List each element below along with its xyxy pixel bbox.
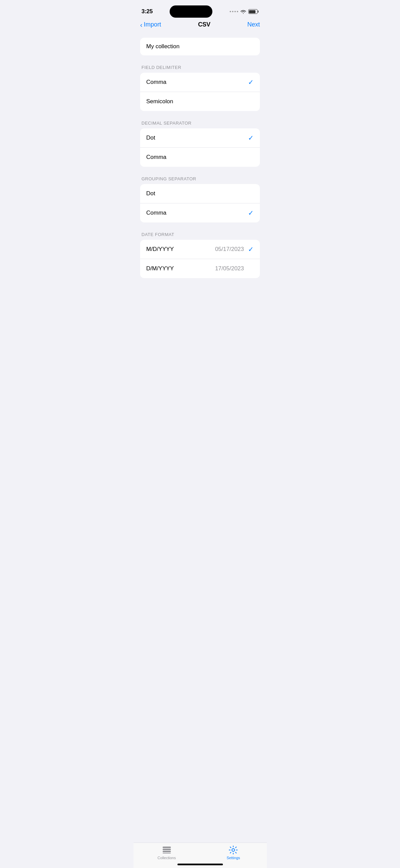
decimal-separator-title: DECIMAL SEPARATOR <box>140 121 260 126</box>
date-format-dmy-right: 17/05/2023 ✓ <box>215 265 254 273</box>
collection-name-input[interactable] <box>146 43 254 50</box>
date-format-mdy-right: 05/17/2023 ✓ <box>215 245 254 253</box>
signal-icon <box>230 11 238 12</box>
decimal-separator-group: Dot ✓ Comma ✓ <box>140 128 260 167</box>
field-delimiter-semicolon[interactable]: Semicolon ✓ <box>140 92 260 111</box>
decimal-separator-section: DECIMAL SEPARATOR Dot ✓ Comma ✓ <box>140 121 260 167</box>
field-delimiter-comma-label: Comma <box>146 79 167 86</box>
back-button[interactable]: ‹ Import <box>140 21 161 28</box>
date-format-dmy-preview: 17/05/2023 <box>215 265 244 272</box>
decimal-separator-comma-label: Comma <box>146 154 167 161</box>
field-delimiter-comma[interactable]: Comma ✓ <box>140 73 260 92</box>
field-delimiter-title: FIELD DELIMITER <box>140 65 260 70</box>
status-time: 3:25 <box>141 8 153 15</box>
grouping-separator-comma-label: Comma <box>146 210 167 216</box>
status-bar: 3:25 <box>133 0 267 18</box>
status-icons <box>230 9 259 14</box>
page-title: CSV <box>198 21 210 28</box>
date-format-mdy[interactable]: M/D/YYYY 05/17/2023 ✓ <box>140 240 260 259</box>
date-format-mdy-preview: 05/17/2023 <box>215 246 244 253</box>
checkmark-icon: ✓ <box>248 78 254 86</box>
decimal-separator-dot[interactable]: Dot ✓ <box>140 128 260 148</box>
date-format-section: DATE FORMAT M/D/YYYY 05/17/2023 ✓ D/M/YY… <box>140 232 260 278</box>
field-delimiter-section: FIELD DELIMITER Comma ✓ Semicolon ✓ <box>140 65 260 111</box>
main-content: FIELD DELIMITER Comma ✓ Semicolon ✓ DECI… <box>133 32 267 322</box>
decimal-separator-comma[interactable]: Comma ✓ <box>140 148 260 167</box>
decimal-separator-dot-label: Dot <box>146 134 155 141</box>
collection-name-field[interactable] <box>140 38 260 55</box>
grouping-separator-section: GROUPING SEPARATOR Dot ✓ Comma ✓ <box>140 176 260 222</box>
dynamic-island <box>170 5 212 18</box>
date-format-dmy-label: D/M/YYYY <box>146 265 174 272</box>
checkmark-icon: ✓ <box>248 245 254 253</box>
grouping-separator-dot[interactable]: Dot ✓ <box>140 184 260 203</box>
grouping-separator-comma[interactable]: Comma ✓ <box>140 203 260 222</box>
nav-bar: ‹ Import CSV Next <box>133 18 267 32</box>
back-button-label: Import <box>144 21 161 28</box>
date-format-dmy[interactable]: D/M/YYYY 17/05/2023 ✓ <box>140 259 260 278</box>
wifi-icon <box>240 9 246 14</box>
battery-icon <box>248 9 259 14</box>
date-format-title: DATE FORMAT <box>140 232 260 237</box>
next-button[interactable]: Next <box>247 21 260 28</box>
checkmark-icon: ✓ <box>248 209 254 217</box>
field-delimiter-semicolon-label: Semicolon <box>146 98 173 105</box>
checkmark-icon: ✓ <box>248 134 254 142</box>
date-format-mdy-label: M/D/YYYY <box>146 246 174 253</box>
grouping-separator-group: Dot ✓ Comma ✓ <box>140 184 260 222</box>
grouping-separator-dot-label: Dot <box>146 190 155 197</box>
chevron-left-icon: ‹ <box>140 21 142 28</box>
date-format-group: M/D/YYYY 05/17/2023 ✓ D/M/YYYY 17/05/202… <box>140 240 260 278</box>
field-delimiter-group: Comma ✓ Semicolon ✓ <box>140 73 260 111</box>
grouping-separator-title: GROUPING SEPARATOR <box>140 176 260 181</box>
